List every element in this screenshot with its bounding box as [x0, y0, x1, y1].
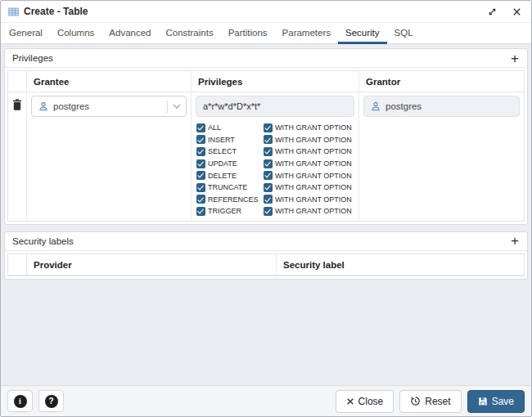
privileges-panel: Privileges + Grantee Privileges Grantor [4, 48, 528, 225]
privileges-header-row: Grantee Privileges Grantor [8, 71, 524, 92]
trash-icon [12, 99, 22, 217]
grantor-field: postgres [363, 96, 520, 117]
select-divider [167, 101, 168, 113]
tab-general[interactable]: General [2, 23, 50, 44]
grantor-column-header: Grantor [359, 71, 524, 92]
tab-parameters[interactable]: Parameters [275, 23, 338, 44]
dialog-help-button[interactable] [38, 390, 64, 412]
tab-security[interactable]: Security [338, 23, 387, 44]
privilege-item-truncate: TRUNCATE WITH GRANT OPTION [196, 182, 354, 194]
privilege-checkbox[interactable] [196, 135, 205, 144]
user-icon [38, 101, 48, 111]
dialog-tabs: General Columns Advanced Constraints Par… [1, 23, 531, 44]
privilege-item-delete: DELETE WITH GRANT OPTION [196, 169, 354, 182]
privilege-item-insert: INSERT WITH GRANT OPTION [196, 134, 354, 146]
create-table-dialog: Create - Table General Columns Advanced … [0, 0, 532, 417]
privilege-item-select: SELECT WITH GRANT OPTION [196, 146, 354, 158]
dialog-titlebar: Create - Table [1, 1, 531, 23]
close-icon[interactable] [510, 5, 523, 18]
save-button[interactable]: Save [467, 390, 525, 413]
security-labels-header-row: Provider Security label [8, 254, 524, 276]
privileges-section-title: Privileges [12, 53, 53, 63]
expand-icon[interactable] [485, 5, 498, 18]
grantor-cell: postgres [359, 92, 524, 221]
user-icon [371, 101, 381, 111]
tab-constraints[interactable]: Constraints [158, 23, 220, 44]
privilege-item-all: ALL WITH GRANT OPTION [196, 122, 354, 134]
grantor-value: postgres [385, 101, 422, 111]
table-icon [8, 7, 19, 17]
grant-option-checkbox[interactable] [264, 123, 273, 132]
security-labels-section-title: Security labels [12, 236, 74, 246]
grant-option-checkbox[interactable] [264, 183, 273, 192]
save-floppy-icon [478, 397, 488, 406]
dialog-footer: Close Reset Save [1, 385, 531, 416]
grant-option-checkbox[interactable] [264, 159, 273, 168]
close-button[interactable]: Close [336, 390, 394, 413]
add-security-label-button[interactable]: + [510, 234, 520, 248]
privilege-checkbox[interactable] [196, 123, 205, 132]
tab-partitions[interactable]: Partitions [221, 23, 275, 44]
security-labels-panel: Security labels + Provider Security labe… [4, 231, 528, 280]
dialog-title: Create - Table [24, 6, 88, 17]
privilege-checkbox[interactable] [196, 207, 205, 216]
delete-row-button[interactable] [8, 92, 27, 221]
grantee-cell: postgres [27, 92, 192, 221]
grant-option-checkbox[interactable] [264, 147, 273, 156]
reset-history-icon [410, 396, 421, 406]
privilege-row: postgres A [8, 92, 524, 221]
privileges-cell: ALL WITH GRANT OPTION INSERT WITH GRANT … [192, 92, 359, 221]
reset-button[interactable]: Reset [399, 390, 461, 413]
privilege-item-trigger: TRIGGER WITH GRANT OPTION [196, 205, 354, 217]
chevron-down-icon [173, 104, 181, 109]
privilege-item-references: REFERENCES WITH GRANT OPTION [196, 194, 354, 206]
tab-advanced[interactable]: Advanced [101, 23, 158, 44]
info-icon [14, 395, 27, 408]
help-icon [45, 395, 58, 408]
grant-option-checkbox[interactable] [264, 195, 273, 204]
grantee-select[interactable]: postgres [31, 96, 187, 117]
privilege-checkbox[interactable] [196, 171, 205, 180]
close-x-icon [346, 397, 354, 406]
tab-sql[interactable]: SQL [387, 23, 421, 44]
provider-column-header: Provider [27, 254, 277, 276]
privileges-string-input[interactable] [196, 96, 354, 117]
tab-columns[interactable]: Columns [50, 23, 101, 44]
sql-help-button[interactable] [7, 390, 33, 412]
privileges-checkbox-list: ALL WITH GRANT OPTION INSERT WITH GRANT … [196, 122, 354, 217]
grant-option-checkbox[interactable] [264, 207, 273, 216]
add-privilege-button[interactable]: + [510, 52, 520, 65]
grantee-value: postgres [53, 101, 162, 111]
grantee-column-header: Grantee [27, 71, 192, 92]
security-label-column-header: Security label [277, 254, 524, 276]
privilege-item-update: UPDATE WITH GRANT OPTION [196, 158, 354, 170]
privileges-column-header: Privileges [192, 71, 359, 92]
privilege-checkbox[interactable] [196, 147, 205, 156]
privilege-checkbox[interactable] [196, 159, 205, 168]
grant-option-checkbox[interactable] [264, 135, 273, 144]
privilege-checkbox[interactable] [196, 195, 205, 204]
security-tab-content: Privileges + Grantee Privileges Grantor [1, 44, 531, 385]
privilege-checkbox[interactable] [196, 183, 205, 192]
grant-option-checkbox[interactable] [264, 171, 273, 180]
